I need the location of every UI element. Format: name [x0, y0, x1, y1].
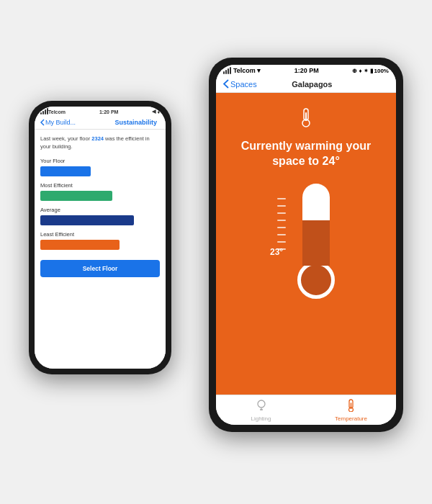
left-content: Last week, your floor 2324 was the effic…: [35, 130, 166, 369]
temperature-icon: [346, 399, 356, 414]
right-nav-title: Galapagos: [292, 80, 354, 89]
left-header-text: Last week, your floor 2324 was the effic…: [40, 135, 160, 150]
your-floor-bar: [40, 166, 91, 176]
right-nav-bar: Spaces Galapagos: [216, 76, 396, 93]
tick-2: [277, 205, 286, 207]
tab-bar: Lighting Temperature: [216, 395, 396, 425]
right-carrier: Telcom: [233, 67, 256, 74]
temperature-tab-label: Temperature: [335, 415, 367, 422]
right-status-bar: Telcom ▾ 1:20 PM ⊕ ♦ ✴ ▮ 100%: [216, 65, 396, 76]
scene: Telcom 1:20 PM ◀ ♦ My Build...: [14, 14, 418, 490]
tick-1: [277, 198, 286, 199]
right-phone: Telcom ▾ 1:20 PM ⊕ ♦ ✴ ▮ 100%: [209, 58, 403, 432]
thermometer-visual: 23°: [270, 184, 342, 299]
your-floor-label: Your Floor: [40, 158, 160, 164]
average-bar: [40, 215, 134, 225]
right-status-icons: ⊕ ♦ ✴ ▮ 100%: [352, 68, 389, 74]
warming-text: Currently warming your space to 24°: [230, 139, 382, 169]
left-time: 1:20 PM: [99, 109, 118, 114]
orange-screen: Currently warming your space to 24°: [216, 93, 396, 395]
tab-temperature[interactable]: Temperature: [306, 399, 396, 422]
right-time: 1:20 PM: [294, 67, 319, 74]
lighting-icon: [256, 399, 266, 414]
left-nav-title: Sustainability: [114, 119, 160, 126]
thermometer-fill: [302, 220, 330, 266]
right-chevron-icon: [223, 79, 229, 89]
tick-6: [277, 234, 286, 235]
battery-label: 100%: [374, 68, 389, 74]
alarm-icon: ♦: [359, 68, 361, 74]
thermometer-shape: [297, 184, 335, 299]
most-efficient-bar: [40, 191, 112, 201]
right-signal-icon: [223, 67, 231, 74]
thermometer-top-icon: [298, 107, 314, 132]
select-floor-button[interactable]: Select Floor: [40, 260, 160, 277]
thermometer-bulb: [297, 261, 335, 299]
least-efficient-chart: Least Efficient: [40, 231, 160, 250]
location-icon: ⊕: [352, 68, 357, 74]
wifi-icon: ▾: [257, 67, 261, 74]
average-label: Average: [40, 207, 160, 213]
left-back-button[interactable]: My Build...: [40, 119, 76, 126]
least-efficient-bar: [40, 240, 120, 250]
average-chart: Average: [40, 207, 160, 225]
your-floor-chart: Your Floor: [40, 158, 160, 176]
floor-number: 2324: [91, 135, 104, 142]
left-status-icons: ◀ ♦: [152, 109, 160, 114]
battery-icon: ▮: [370, 68, 373, 74]
thermometer-tube: [302, 184, 330, 266]
left-chevron-icon: [40, 119, 45, 126]
left-phone: Telcom 1:20 PM ◀ ♦ My Build...: [29, 101, 171, 374]
temperature-scale: [277, 198, 286, 250]
left-status-bar: Telcom 1:20 PM ◀ ♦: [35, 107, 166, 116]
most-efficient-chart: Most Efficient: [40, 182, 160, 201]
signal-icon: [40, 109, 48, 114]
temperature-label: 23°: [270, 247, 283, 257]
tick-4: [277, 220, 286, 221]
tick-7: [277, 241, 286, 243]
right-back-button[interactable]: Spaces: [223, 79, 257, 89]
lighting-label: Lighting: [251, 415, 271, 422]
left-carrier: Telcom: [48, 109, 66, 114]
left-nav-bar: My Build... Sustainability: [35, 116, 166, 130]
tick-3: [277, 212, 286, 214]
tab-lighting[interactable]: Lighting: [216, 399, 306, 422]
bluetooth-icon: ✴: [364, 68, 369, 74]
least-efficient-label: Least Efficient: [40, 231, 160, 238]
tick-5: [277, 227, 286, 228]
most-efficient-label: Most Efficient: [40, 182, 160, 189]
svg-point-3: [258, 400, 265, 408]
